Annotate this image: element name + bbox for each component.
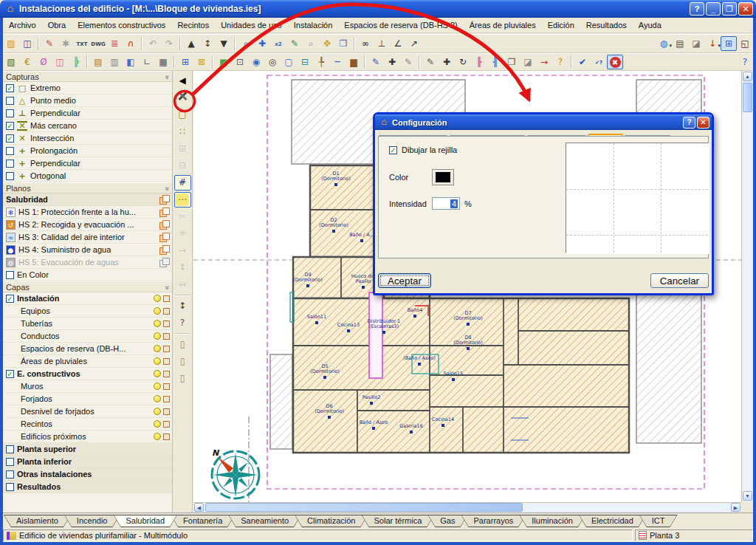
accept-button[interactable]: Aceptar bbox=[378, 273, 431, 288]
plant-down-button[interactable]: ▼ bbox=[216, 36, 232, 51]
currency-costs-button[interactable]: € bbox=[19, 55, 35, 69]
horizontal-scrollbar[interactable]: ◀ ▶ bbox=[193, 502, 741, 513]
walls-button[interactable]: ▤ bbox=[90, 55, 106, 69]
module-tab-aislamiento[interactable]: Aislamiento bbox=[4, 515, 71, 527]
pipe-line-button[interactable]: ─ bbox=[329, 55, 346, 69]
capture-checkbox[interactable] bbox=[6, 97, 14, 105]
layer-item-areas-de-pluviales[interactable]: Áreas de pluviales bbox=[3, 355, 172, 368]
layers-icon[interactable] bbox=[159, 245, 170, 255]
export-txt-button[interactable]: TXT bbox=[74, 36, 90, 51]
save-file-button[interactable]: ◫ bbox=[19, 36, 35, 51]
menu-recintos[interactable]: Recintos bbox=[171, 19, 215, 31]
riser-down-button[interactable]: ╢ bbox=[487, 55, 504, 69]
move-element-button[interactable]: ✚ bbox=[439, 55, 455, 69]
delete-element-button[interactable]: ◪ bbox=[520, 55, 536, 69]
menu-elementos-constructivos[interactable]: Elementos constructivos bbox=[72, 19, 171, 31]
adjust-pipe-button[interactable]: ✎ bbox=[400, 55, 416, 69]
layer-item-muros[interactable]: Muros bbox=[3, 380, 172, 393]
layer-item-espacios-de-reserva-db-h[interactable]: Espacios de reserva (DB-H... bbox=[3, 343, 172, 355]
visibility-bulb-icon[interactable] bbox=[154, 332, 161, 340]
open-file-button[interactable]: ▨ bbox=[3, 36, 19, 51]
vertical-scrollbar[interactable]: ▲ ▼ bbox=[741, 71, 753, 502]
cancel-mode-button[interactable]: ✖ bbox=[607, 55, 623, 69]
en-color-checkbox[interactable] bbox=[6, 271, 14, 279]
capture-item-perpendicular[interactable]: ⊥Perpendicular bbox=[3, 107, 172, 120]
close-button[interactable]: ✕ bbox=[738, 2, 753, 16]
windows-button[interactable]: ◧ bbox=[123, 55, 139, 69]
angle-mode-button[interactable]: ∠ bbox=[390, 36, 406, 51]
extend-horizontal-button[interactable]: ↔ bbox=[174, 277, 191, 292]
dialog-close-button[interactable]: ✕ bbox=[697, 117, 709, 128]
edit-element-button[interactable]: ✎ bbox=[422, 55, 439, 69]
plant-up-button[interactable]: ▲ bbox=[183, 36, 199, 51]
plan-group-salubridad[interactable]: Salubridad bbox=[3, 193, 172, 206]
layer-item-conductos[interactable]: Conductos bbox=[3, 330, 172, 343]
plan-item-hs-2-recogida-y-evacuacion[interactable]: ↺HS 2: Recogida y evacuación ... bbox=[3, 219, 172, 231]
module-tab-electricidad[interactable]: Electricidad bbox=[579, 515, 646, 527]
plan-item-hs-5-evacuacion-de-aguas[interactable]: ◍HS 5: Evacuación de aguas bbox=[3, 256, 172, 269]
visibility-bulb-icon[interactable] bbox=[154, 320, 161, 327]
capture-checkbox[interactable] bbox=[6, 172, 14, 180]
menu-unidades-de-uso[interactable]: Unidades de uso bbox=[215, 19, 288, 31]
layer-checkbox[interactable]: ✓ bbox=[6, 370, 14, 378]
extend-vertical-button[interactable]: ↕ bbox=[174, 260, 191, 275]
import-elements-button[interactable]: ✱ bbox=[58, 36, 74, 51]
search-elements-button[interactable]: ∞ bbox=[357, 36, 374, 51]
layer-item-e-constructivos[interactable]: ✓E. constructivos bbox=[3, 368, 172, 380]
layer-cube-icon[interactable] bbox=[163, 408, 170, 415]
capture-item-extremo[interactable]: ✓□Extremo bbox=[3, 82, 172, 95]
group-item-resultados[interactable]: Resultados bbox=[3, 481, 172, 493]
plan-item-hs-3-calidad-del-aire-interior[interactable]: ≈HS 3: Calidad del aire interior bbox=[3, 231, 172, 244]
general-data-button[interactable]: ▧ bbox=[3, 55, 19, 69]
draw-grid-checkbox[interactable]: ✓ bbox=[389, 146, 397, 154]
rotate-element-button[interactable]: ↻ bbox=[455, 55, 471, 69]
menu-obra[interactable]: Obra bbox=[42, 19, 72, 31]
layer-item-recintos[interactable]: Recintos bbox=[3, 418, 172, 431]
scroll-down-arrow[interactable]: ▼ bbox=[743, 491, 752, 501]
drain-box-button[interactable]: ▆ bbox=[346, 55, 362, 69]
door-front-button[interactable]: ▯ bbox=[174, 337, 191, 352]
plan-item-en-color[interactable]: En Color bbox=[3, 269, 172, 281]
visibility-bulb-icon[interactable] bbox=[154, 395, 161, 402]
layer-cube-icon[interactable] bbox=[163, 371, 170, 377]
capture-item-perpendicular[interactable]: +Perpendicular bbox=[3, 157, 172, 170]
horizontal-scroll-thumb[interactable] bbox=[205, 503, 523, 512]
zoom-previous-button[interactable]: ⌕ bbox=[303, 36, 319, 51]
capture-settings-button[interactable]: ∷ bbox=[174, 124, 191, 140]
section-header-capas[interactable]: Capas» bbox=[3, 281, 172, 292]
section-header-capturas[interactable]: Capturas» bbox=[3, 71, 172, 82]
zoom-double-button[interactable]: x2 bbox=[270, 36, 286, 51]
visibility-bulb-icon[interactable] bbox=[154, 345, 161, 352]
module-tab-gas[interactable]: Gas bbox=[427, 515, 467, 527]
tools-config-button[interactable] bbox=[174, 90, 191, 106]
help-button[interactable]: ? bbox=[690, 2, 704, 16]
module-tab-pararrayos[interactable]: Pararrayos bbox=[461, 515, 526, 527]
layer-cube-icon[interactable] bbox=[163, 383, 170, 390]
export-dwg-button[interactable]: DWG bbox=[90, 36, 106, 51]
capture-item-ortogonal[interactable]: +Ortogonal bbox=[3, 170, 172, 182]
visibility-bulb-icon[interactable] bbox=[154, 420, 161, 428]
quick-help-button[interactable]: ? bbox=[737, 55, 753, 69]
capture-checkbox[interactable]: ✓ bbox=[6, 122, 14, 130]
module-tab-salubridad[interactable]: Salubridad bbox=[113, 515, 177, 527]
window-arrange-button[interactable]: ◱ bbox=[737, 36, 753, 51]
section-header-planos[interactable]: Planos» bbox=[3, 182, 172, 193]
minimize-button[interactable]: _ bbox=[706, 2, 721, 16]
layers-icon[interactable] bbox=[159, 195, 170, 205]
capture-item-prolongacion[interactable]: +Prolongación bbox=[3, 145, 172, 157]
collapse-panel-button[interactable]: ◀ bbox=[174, 73, 191, 89]
room-outdoor-button[interactable]: ⊠ bbox=[193, 55, 210, 69]
undo-button[interactable]: ↶ bbox=[145, 36, 161, 51]
dialog-title-bar[interactable]: ⌂ Configuración ?✕ bbox=[375, 114, 712, 130]
group-item-planta-superior[interactable]: Planta superior bbox=[3, 443, 172, 456]
layer-cube-icon[interactable] bbox=[163, 396, 170, 402]
module-tab-saneamiento[interactable]: Saneamiento bbox=[228, 515, 301, 527]
coordinates-relative-button[interactable]: ⊟ bbox=[174, 158, 191, 174]
layer-item-tuberias[interactable]: Tuberías bbox=[3, 318, 172, 330]
layer-cube-icon[interactable] bbox=[163, 321, 170, 327]
layer-cube-icon[interactable] bbox=[163, 295, 170, 302]
colors-button[interactable]: ◩ bbox=[216, 55, 232, 69]
room-add-button[interactable]: ⊞ bbox=[177, 55, 193, 69]
visibility-bulb-icon[interactable] bbox=[154, 307, 161, 315]
plan-item-hs-1-proteccion-frente-a-la-hu[interactable]: ✻HS 1: Protección frente a la hu... bbox=[3, 206, 172, 219]
